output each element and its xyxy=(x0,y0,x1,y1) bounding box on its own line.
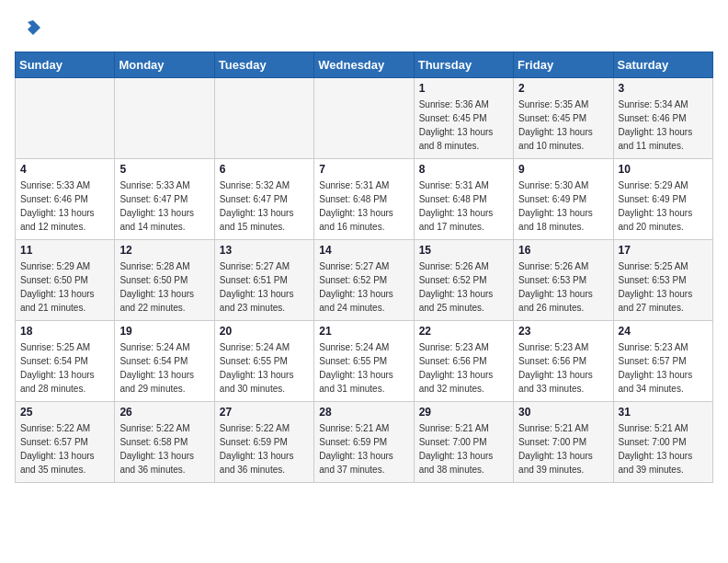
calendar-cell xyxy=(16,78,115,159)
day-number: 14 xyxy=(319,244,408,257)
calendar-header: SundayMondayTuesdayWednesdayThursdayFrid… xyxy=(16,52,713,78)
day-number: 16 xyxy=(518,244,608,257)
day-number: 13 xyxy=(220,244,309,257)
calendar-cell: 30Sunrise: 5:21 AM Sunset: 7:00 PM Dayli… xyxy=(514,402,613,483)
day-number: 9 xyxy=(518,163,608,176)
day-info: Sunrise: 5:22 AM Sunset: 6:59 PM Dayligh… xyxy=(220,421,309,477)
calendar-cell: 18Sunrise: 5:25 AM Sunset: 6:54 PM Dayli… xyxy=(16,321,115,402)
day-number: 24 xyxy=(619,325,708,338)
calendar-cell: 6Sunrise: 5:32 AM Sunset: 6:47 PM Daylig… xyxy=(214,159,313,240)
calendar-cell: 25Sunrise: 5:22 AM Sunset: 6:57 PM Dayli… xyxy=(16,402,115,483)
calendar-cell: 17Sunrise: 5:25 AM Sunset: 6:53 PM Dayli… xyxy=(613,240,712,321)
day-info: Sunrise: 5:22 AM Sunset: 6:58 PM Dayligh… xyxy=(119,421,209,477)
calendar-cell: 24Sunrise: 5:23 AM Sunset: 6:57 PM Dayli… xyxy=(613,321,712,402)
day-number: 1 xyxy=(419,82,508,95)
day-info: Sunrise: 5:21 AM Sunset: 7:00 PM Dayligh… xyxy=(518,421,608,477)
day-number: 4 xyxy=(20,163,109,176)
day-header-friday: Friday xyxy=(514,52,613,78)
calendar-cell: 22Sunrise: 5:23 AM Sunset: 6:56 PM Dayli… xyxy=(414,321,513,402)
calendar-cell xyxy=(214,78,313,159)
day-info: Sunrise: 5:25 AM Sunset: 6:53 PM Dayligh… xyxy=(619,259,708,315)
day-info: Sunrise: 5:24 AM Sunset: 6:55 PM Dayligh… xyxy=(220,340,309,396)
day-info: Sunrise: 5:27 AM Sunset: 6:51 PM Dayligh… xyxy=(220,259,309,315)
calendar-week-3: 11Sunrise: 5:29 AM Sunset: 6:50 PM Dayli… xyxy=(16,240,713,321)
day-info: Sunrise: 5:23 AM Sunset: 6:56 PM Dayligh… xyxy=(518,340,608,396)
day-info: Sunrise: 5:35 AM Sunset: 6:45 PM Dayligh… xyxy=(518,98,608,153)
day-number: 20 xyxy=(220,325,309,338)
day-header-monday: Monday xyxy=(115,52,214,78)
calendar-cell: 28Sunrise: 5:21 AM Sunset: 6:59 PM Dayli… xyxy=(314,402,414,483)
calendar-cell: 26Sunrise: 5:22 AM Sunset: 6:58 PM Dayli… xyxy=(115,402,214,483)
day-info: Sunrise: 5:21 AM Sunset: 6:59 PM Dayligh… xyxy=(319,421,408,477)
calendar-cell: 2Sunrise: 5:35 AM Sunset: 6:45 PM Daylig… xyxy=(514,78,613,159)
day-number: 12 xyxy=(119,244,209,257)
day-number: 27 xyxy=(220,406,309,419)
calendar-week-5: 25Sunrise: 5:22 AM Sunset: 6:57 PM Dayli… xyxy=(16,402,713,483)
calendar-cell: 11Sunrise: 5:29 AM Sunset: 6:50 PM Dayli… xyxy=(16,240,115,321)
day-number: 23 xyxy=(518,325,608,338)
calendar-cell: 12Sunrise: 5:28 AM Sunset: 6:50 PM Dayli… xyxy=(115,240,214,321)
calendar-table: SundayMondayTuesdayWednesdayThursdayFrid… xyxy=(15,52,713,483)
day-info: Sunrise: 5:26 AM Sunset: 6:52 PM Dayligh… xyxy=(419,259,508,315)
calendar-cell: 4Sunrise: 5:33 AM Sunset: 6:46 PM Daylig… xyxy=(16,159,115,240)
day-info: Sunrise: 5:22 AM Sunset: 6:57 PM Dayligh… xyxy=(20,421,109,477)
calendar-cell: 7Sunrise: 5:31 AM Sunset: 6:48 PM Daylig… xyxy=(314,159,414,240)
day-info: Sunrise: 5:28 AM Sunset: 6:50 PM Dayligh… xyxy=(119,259,209,315)
day-number: 31 xyxy=(619,406,708,419)
day-info: Sunrise: 5:36 AM Sunset: 6:45 PM Dayligh… xyxy=(419,98,508,153)
calendar-cell: 16Sunrise: 5:26 AM Sunset: 6:53 PM Dayli… xyxy=(514,240,613,321)
day-header-sunday: Sunday xyxy=(16,52,115,78)
day-number: 19 xyxy=(119,325,209,338)
day-info: Sunrise: 5:23 AM Sunset: 6:56 PM Dayligh… xyxy=(419,340,508,396)
calendar-cell: 3Sunrise: 5:34 AM Sunset: 6:46 PM Daylig… xyxy=(613,78,712,159)
calendar-cell: 1Sunrise: 5:36 AM Sunset: 6:45 PM Daylig… xyxy=(414,78,513,159)
calendar-cell: 8Sunrise: 5:31 AM Sunset: 6:48 PM Daylig… xyxy=(414,159,513,240)
day-info: Sunrise: 5:33 AM Sunset: 6:47 PM Dayligh… xyxy=(119,178,209,234)
day-number: 21 xyxy=(319,325,408,338)
day-header-tuesday: Tuesday xyxy=(214,52,313,78)
day-info: Sunrise: 5:29 AM Sunset: 6:50 PM Dayligh… xyxy=(20,259,109,315)
day-info: Sunrise: 5:30 AM Sunset: 6:49 PM Dayligh… xyxy=(518,178,608,234)
day-number: 3 xyxy=(619,82,708,95)
page-header xyxy=(15,15,713,40)
calendar-cell: 19Sunrise: 5:24 AM Sunset: 6:54 PM Dayli… xyxy=(115,321,214,402)
day-number: 15 xyxy=(419,244,508,257)
day-info: Sunrise: 5:21 AM Sunset: 7:00 PM Dayligh… xyxy=(619,421,708,477)
day-info: Sunrise: 5:24 AM Sunset: 6:54 PM Dayligh… xyxy=(119,340,209,396)
calendar-cell: 10Sunrise: 5:29 AM Sunset: 6:49 PM Dayli… xyxy=(613,159,712,240)
calendar-cell: 23Sunrise: 5:23 AM Sunset: 6:56 PM Dayli… xyxy=(514,321,613,402)
day-number: 2 xyxy=(518,82,608,95)
day-number: 5 xyxy=(119,163,209,176)
day-number: 29 xyxy=(419,406,508,419)
day-header-wednesday: Wednesday xyxy=(314,52,414,78)
day-number: 10 xyxy=(619,163,708,176)
day-info: Sunrise: 5:33 AM Sunset: 6:46 PM Dayligh… xyxy=(20,178,109,234)
logo xyxy=(15,15,44,40)
calendar-cell: 9Sunrise: 5:30 AM Sunset: 6:49 PM Daylig… xyxy=(514,159,613,240)
calendar-cell: 20Sunrise: 5:24 AM Sunset: 6:55 PM Dayli… xyxy=(214,321,313,402)
day-info: Sunrise: 5:24 AM Sunset: 6:55 PM Dayligh… xyxy=(319,340,408,396)
calendar-cell: 14Sunrise: 5:27 AM Sunset: 6:52 PM Dayli… xyxy=(314,240,414,321)
day-info: Sunrise: 5:26 AM Sunset: 6:53 PM Dayligh… xyxy=(518,259,608,315)
day-number: 26 xyxy=(119,406,209,419)
day-number: 22 xyxy=(419,325,508,338)
day-info: Sunrise: 5:27 AM Sunset: 6:52 PM Dayligh… xyxy=(319,259,408,315)
day-number: 18 xyxy=(20,325,109,338)
calendar-cell: 5Sunrise: 5:33 AM Sunset: 6:47 PM Daylig… xyxy=(115,159,214,240)
logo-icon xyxy=(15,15,40,40)
day-number: 25 xyxy=(20,406,109,419)
day-header-saturday: Saturday xyxy=(613,52,712,78)
day-info: Sunrise: 5:34 AM Sunset: 6:46 PM Dayligh… xyxy=(619,98,708,153)
day-number: 11 xyxy=(20,244,109,257)
calendar-week-1: 1Sunrise: 5:36 AM Sunset: 6:45 PM Daylig… xyxy=(16,78,713,159)
day-number: 28 xyxy=(319,406,408,419)
day-number: 7 xyxy=(319,163,408,176)
calendar-cell: 29Sunrise: 5:21 AM Sunset: 7:00 PM Dayli… xyxy=(414,402,513,483)
calendar-week-2: 4Sunrise: 5:33 AM Sunset: 6:46 PM Daylig… xyxy=(16,159,713,240)
day-number: 17 xyxy=(619,244,708,257)
day-info: Sunrise: 5:23 AM Sunset: 6:57 PM Dayligh… xyxy=(619,340,708,396)
calendar-cell: 31Sunrise: 5:21 AM Sunset: 7:00 PM Dayli… xyxy=(613,402,712,483)
calendar-week-4: 18Sunrise: 5:25 AM Sunset: 6:54 PM Dayli… xyxy=(16,321,713,402)
day-info: Sunrise: 5:31 AM Sunset: 6:48 PM Dayligh… xyxy=(419,178,508,234)
day-info: Sunrise: 5:32 AM Sunset: 6:47 PM Dayligh… xyxy=(220,178,309,234)
